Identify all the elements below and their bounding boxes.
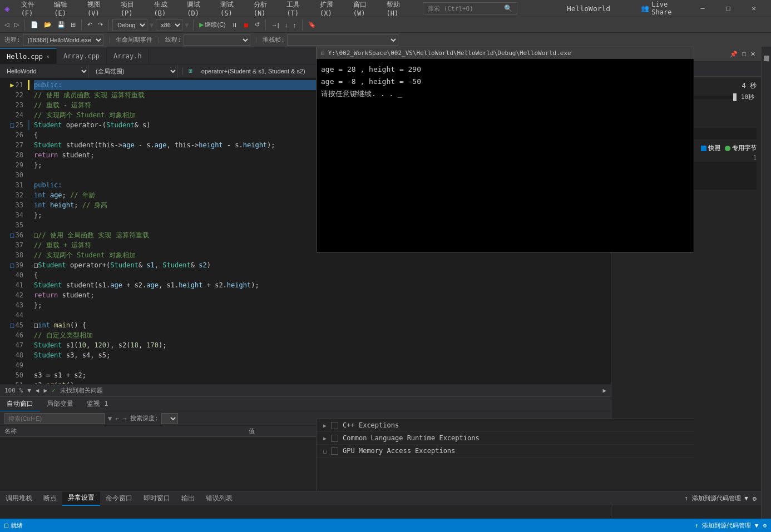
status-scroll-right[interactable]: ▶ xyxy=(602,387,606,394)
redo-button[interactable]: ↷ xyxy=(96,20,105,29)
line-numbers-gutter: ▶21 22 23 24 □25 26 27 28 29 30 31 32 33 xyxy=(0,78,28,384)
debug-config-dropdown[interactable]: Debug xyxy=(112,19,147,31)
tab-watch1[interactable]: 监视 1 xyxy=(80,397,115,411)
clr-expand-icon[interactable]: ▶ xyxy=(323,435,327,441)
status-gear-icon[interactable]: ⚙ xyxy=(763,522,767,529)
console-output[interactable]: age = 28 , height = 290 age = -8 , heigh… xyxy=(317,59,694,252)
debug-tabs-bar: 调用堆栈 断点 异常设置 命令窗口 即时窗口 输出 错误列表 ↑ 添加到源代码管… xyxy=(0,491,761,505)
zoom-dropdown-icon[interactable]: ▼ xyxy=(27,387,31,394)
diag-pin-button[interactable]: 📌 xyxy=(729,49,739,59)
menu-analyze[interactable]: 分析(N) xyxy=(249,0,281,18)
step-out-button[interactable]: ↑ xyxy=(291,21,299,29)
maximize-button[interactable]: □ xyxy=(715,0,741,17)
zoom-level: 100 % xyxy=(4,387,23,394)
code-line-45: □int main() { xyxy=(34,320,606,330)
gpu-checkbox[interactable] xyxy=(331,448,338,455)
auto-search-input[interactable] xyxy=(4,413,105,424)
search-options-icon[interactable]: ▼ xyxy=(108,415,112,422)
bookmark-button[interactable]: 🔖 xyxy=(306,20,318,29)
diag-float-button[interactable]: □ xyxy=(741,49,747,59)
back-button[interactable]: ◁ xyxy=(2,20,11,29)
ln-49: 49 xyxy=(0,360,26,370)
add-source-control[interactable]: ↑ 添加到源代码管理 ▼ xyxy=(684,494,748,503)
live-share-button[interactable]: 👥 Live Share xyxy=(636,1,688,16)
step-over-button[interactable]: →| xyxy=(269,21,281,29)
diag-close-button[interactable]: ✕ xyxy=(749,49,757,59)
open-file-button[interactable]: 📂 xyxy=(42,20,54,29)
gpu-expand-icon[interactable]: □ xyxy=(323,448,327,454)
tab-array-h[interactable]: Array.h xyxy=(107,48,149,64)
restart-button[interactable]: ↺ xyxy=(253,20,262,29)
step-into-button[interactable]: ↓ xyxy=(283,21,290,29)
tab-array-cpp-label: Array.cpp xyxy=(63,52,100,60)
dtab-exception-settings[interactable]: 异常设置 xyxy=(62,491,100,506)
cpp-checkbox[interactable] xyxy=(331,422,338,429)
right-decorations: 需计划和跟踪项目固定 xyxy=(761,47,771,519)
live-share-label: Live Share xyxy=(651,1,683,16)
nav-forward-icon[interactable]: → xyxy=(122,415,126,422)
save-all-button[interactable]: ⊞ xyxy=(68,20,78,29)
new-file-button[interactable]: 📄 xyxy=(28,20,41,29)
menu-test[interactable]: 测试(S) xyxy=(216,0,248,18)
menu-window[interactable]: 窗口(W) xyxy=(349,0,381,18)
stop-button[interactable]: ⏹ xyxy=(241,21,251,29)
ln-22: 22 xyxy=(0,90,26,100)
debug-bar: 进程: [18368] HelloWorld.exe | 生命周期事件 | 线程… xyxy=(0,32,771,47)
cpp-expand-icon[interactable]: ▶ xyxy=(323,422,327,429)
scroll-right[interactable]: ▶ xyxy=(43,387,47,394)
process-dropdown[interactable]: [18368] HelloWorld.exe xyxy=(23,34,103,46)
tab-local-vars[interactable]: 局部变量 xyxy=(40,397,80,411)
tab-array-cpp[interactable]: Array.cpp xyxy=(57,48,107,64)
dtab-immediate[interactable]: 即时窗口 xyxy=(138,491,176,506)
menu-tools[interactable]: 工具(T) xyxy=(282,0,314,18)
process-label: 进程: xyxy=(4,36,21,44)
nav-back-icon[interactable]: ← xyxy=(115,415,119,422)
menu-edit[interactable]: 编辑(E) xyxy=(50,0,82,18)
ln-31: 31 xyxy=(0,180,26,190)
scope-dropdown[interactable]: (全局范围) xyxy=(89,64,178,78)
code-line-40: { xyxy=(34,270,606,280)
live-share-icon: 👥 xyxy=(641,4,649,12)
tab-auto-window[interactable]: 自动窗口 xyxy=(0,397,40,411)
thread-label: 线程: xyxy=(165,36,181,44)
dtab-callstack[interactable]: 调用堆栈 xyxy=(0,491,38,506)
exception-panel: ▶ C++ Exceptions ▶ Common Language Runti… xyxy=(316,419,694,491)
thread-dropdown[interactable] xyxy=(184,34,250,46)
exception-item-gpu: □ GPU Memory Access Exceptions xyxy=(317,445,694,458)
menu-view[interactable]: 视图(V) xyxy=(83,0,115,18)
menu-extensions[interactable]: 扩展(X) xyxy=(315,0,348,18)
status-message: 未找到相关问题 xyxy=(60,386,103,395)
save-button[interactable]: 💾 xyxy=(55,20,67,29)
ln-23: 23 xyxy=(0,100,26,110)
status-add-source[interactable]: ↑ 添加到源代码管理 ▼ xyxy=(695,521,759,530)
clr-exception-label: Common Language Runtime Exceptions xyxy=(343,434,480,442)
menu-file[interactable]: 文件(F) xyxy=(17,0,49,18)
tab-hello-cpp-close[interactable]: ✕ xyxy=(46,53,50,59)
undo-button[interactable]: ↶ xyxy=(85,20,95,29)
vs-logo: ◈ xyxy=(4,3,10,14)
tab-hello-cpp[interactable]: Hello.cpp ✕ xyxy=(0,48,57,64)
minimize-button[interactable]: — xyxy=(690,0,715,17)
clr-checkbox[interactable] xyxy=(331,435,338,442)
menu-help[interactable]: 帮助(H) xyxy=(382,0,414,18)
scroll-left[interactable]: ◀ xyxy=(36,387,39,394)
status-check-icon: ✓ xyxy=(52,387,56,394)
continue-button[interactable]: ▶ 继续(C) xyxy=(197,19,228,30)
dtab-breakpoints[interactable]: 断点 xyxy=(38,491,62,506)
platform-dropdown[interactable]: x86 xyxy=(156,19,182,31)
pause-button[interactable]: ⏸ xyxy=(229,21,240,29)
forward-button[interactable]: ▷ xyxy=(12,20,21,29)
menu-debug[interactable]: 调试(D) xyxy=(182,0,215,18)
dtab-error-list[interactable]: 错误列表 xyxy=(200,491,238,506)
menu-project[interactable]: 项目(P) xyxy=(116,0,149,18)
dtab-command[interactable]: 命令窗口 xyxy=(100,491,138,506)
dtab-output[interactable]: 输出 xyxy=(176,491,200,506)
settings-icon[interactable]: ⚙ xyxy=(753,495,757,503)
ln-27: 27 xyxy=(0,140,26,150)
namespace-dropdown[interactable]: HelloWorld xyxy=(0,64,89,78)
menu-build[interactable]: 生成(B) xyxy=(150,0,182,18)
search-depth-dropdown[interactable] xyxy=(161,413,178,424)
close-button[interactable]: ✕ xyxy=(741,0,767,17)
exception-item-cpp: ▶ C++ Exceptions xyxy=(317,419,694,432)
callstack-dropdown[interactable] xyxy=(287,34,398,46)
